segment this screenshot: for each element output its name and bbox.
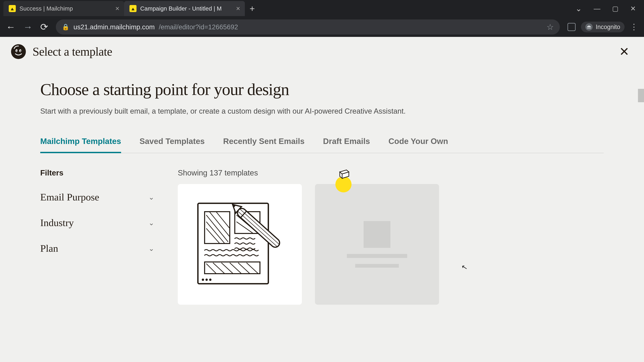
svg-point-10 xyxy=(206,279,208,281)
tab-draft-emails[interactable]: Draft Emails xyxy=(323,137,370,153)
mailchimp-favicon-icon: ⟁ xyxy=(130,5,136,12)
browser-tab-0[interactable]: ⟁ Success | Mailchimp × xyxy=(3,1,124,16)
sketch-template-icon xyxy=(191,200,288,289)
filters-heading: Filters xyxy=(40,168,154,177)
browser-tab-1[interactable]: ⟁ Campaign Builder - Untitled | M × xyxy=(124,1,245,16)
filter-industry[interactable]: Industry ⌄ xyxy=(40,217,154,229)
reload-button[interactable]: ⟳ xyxy=(40,22,48,32)
svg-point-7 xyxy=(20,50,21,51)
extensions-icon[interactable] xyxy=(568,23,576,31)
svg-point-1 xyxy=(589,27,591,29)
chevron-down-icon: ⌄ xyxy=(148,244,154,253)
url-path: /email/editor?id=12665692 xyxy=(159,23,238,31)
minimize-icon[interactable]: — xyxy=(594,5,600,12)
new-tab-button[interactable]: + xyxy=(250,3,255,14)
filters-column: Filters Email Purpose ⌄ Industry ⌄ Plan … xyxy=(40,168,154,305)
browser-right-controls: Incognito ⋮ xyxy=(568,22,638,32)
filter-label: Email Purpose xyxy=(40,191,99,203)
app-header: Select a template ✕ xyxy=(0,37,644,66)
headline: Choose a starting point for your design xyxy=(40,80,604,99)
page-viewport: Select a template ✕ Choose a starting po… xyxy=(0,37,644,362)
template-cards-row xyxy=(178,184,604,305)
mailchimp-logo-icon xyxy=(11,44,26,59)
placeholder-skeleton xyxy=(347,221,407,268)
lightbulb-icon xyxy=(335,169,352,192)
browser-menu-icon[interactable]: ⋮ xyxy=(630,23,638,31)
incognito-badge[interactable]: Incognito xyxy=(581,22,624,32)
tab-strip: ⟁ Success | Mailchimp × ⟁ Campaign Build… xyxy=(0,0,644,17)
close-icon[interactable]: × xyxy=(115,5,120,12)
incognito-icon xyxy=(585,23,593,31)
svg-point-0 xyxy=(587,27,589,29)
svg-point-9 xyxy=(202,279,204,281)
svg-point-11 xyxy=(209,279,212,281)
filter-label: Industry xyxy=(40,217,74,229)
subheadline: Start with a previously built email, a t… xyxy=(40,106,604,116)
browser-chrome: ⟁ Success | Mailchimp × ⟁ Campaign Build… xyxy=(0,0,644,37)
tab-title: Campaign Builder - Untitled | M xyxy=(140,5,232,12)
maximize-icon[interactable]: ▢ xyxy=(612,5,618,12)
close-modal-button[interactable]: ✕ xyxy=(615,44,633,59)
body-row: Filters Email Purpose ⌄ Industry ⌄ Plan … xyxy=(40,168,604,305)
address-bar: ← → ⟳ 🔒 us21.admin.mailchimp.com/email/e… xyxy=(0,17,644,37)
filter-email-purpose[interactable]: Email Purpose ⌄ xyxy=(40,191,154,203)
forward-button: → xyxy=(23,22,32,32)
template-card-placeholder[interactable] xyxy=(315,184,439,305)
chevron-down-icon: ⌄ xyxy=(148,219,154,227)
tab-title: Success | Mailchimp xyxy=(20,5,112,12)
filter-label: Plan xyxy=(40,243,58,254)
template-tabs: Mailchimp Templates Saved Templates Rece… xyxy=(40,137,604,153)
url-host: us21.admin.mailchimp.com xyxy=(74,23,155,31)
chevron-down-icon: ⌄ xyxy=(148,193,154,201)
bookmark-star-icon[interactable]: ☆ xyxy=(546,22,554,32)
lock-icon[interactable]: 🔒 xyxy=(62,23,70,30)
window-close-icon[interactable]: ✕ xyxy=(630,5,636,12)
omnibox[interactable]: 🔒 us21.admin.mailchimp.com/email/editor?… xyxy=(56,19,560,34)
tabs-dropdown-icon[interactable]: ⌄ xyxy=(576,4,582,13)
tab-saved-templates[interactable]: Saved Templates xyxy=(140,137,205,153)
scrollbar-thumb[interactable] xyxy=(638,89,644,102)
content-area: Choose a starting point for your design … xyxy=(0,66,644,360)
tab-code-your-own[interactable]: Code Your Own xyxy=(388,137,448,153)
results-count: Showing 137 templates xyxy=(178,168,604,177)
window-controls: ⌄ — ▢ ✕ xyxy=(576,4,644,13)
tab-mailchimp-templates[interactable]: Mailchimp Templates xyxy=(40,137,121,153)
incognito-label: Incognito xyxy=(596,23,620,30)
filter-plan[interactable]: Plan ⌄ xyxy=(40,243,154,254)
back-button[interactable]: ← xyxy=(6,22,16,32)
tab-recently-sent[interactable]: Recently Sent Emails xyxy=(223,137,305,153)
close-icon[interactable]: × xyxy=(236,5,240,12)
svg-point-6 xyxy=(16,50,18,51)
template-card-create-new[interactable] xyxy=(178,184,302,305)
results-column: Showing 137 templates xyxy=(178,168,604,305)
mailchimp-favicon-icon: ⟁ xyxy=(9,5,16,12)
page-title: Select a template xyxy=(32,45,112,59)
